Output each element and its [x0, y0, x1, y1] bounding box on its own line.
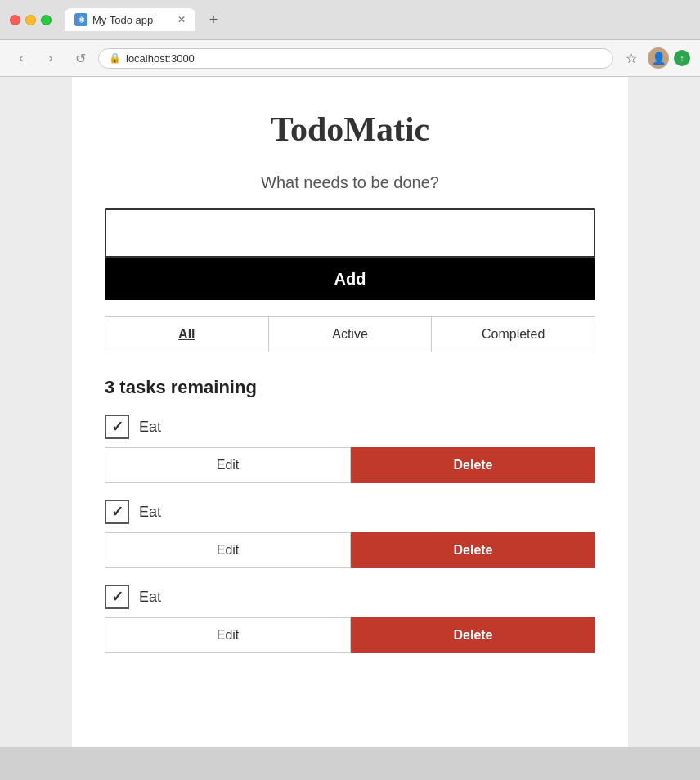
traffic-lights: [10, 15, 52, 25]
task-actions: Edit Delete: [105, 532, 595, 568]
task-item: ✓ Eat Edit Delete: [105, 415, 595, 483]
toolbar-actions: ☆ 👤 ↑: [620, 47, 690, 69]
tasks-remaining: 3 tasks remaining: [105, 377, 595, 398]
lock-icon: 🔒: [109, 52, 121, 64]
tab-favicon: ⚛: [74, 13, 88, 26]
back-button[interactable]: ‹: [10, 47, 33, 69]
close-window-button[interactable]: [10, 15, 20, 25]
task-checkbox[interactable]: ✓: [105, 415, 129, 439]
checkmark-icon: ✓: [111, 588, 123, 606]
task-item: ✓ Eat Edit Delete: [105, 585, 595, 653]
task-checkbox[interactable]: ✓: [105, 500, 129, 524]
checkmark-icon: ✓: [111, 418, 123, 436]
delete-button[interactable]: Delete: [351, 447, 595, 483]
todo-input[interactable]: [105, 208, 595, 258]
browser-tab[interactable]: ⚛ My Todo app ✕: [65, 8, 195, 31]
filter-bar: All Active Completed: [105, 316, 595, 352]
browser-titlebar: ⚛ My Todo app ✕ +: [0, 0, 700, 40]
task-row: ✓ Eat: [105, 585, 595, 609]
address-text: localhost:3000: [126, 52, 195, 65]
delete-button[interactable]: Delete: [351, 532, 595, 568]
browser-window: ⚛ My Todo app ✕ + ‹ › ↺ 🔒 localhost:3000…: [0, 0, 700, 747]
task-checkbox[interactable]: ✓: [105, 585, 129, 609]
filter-all-button[interactable]: All: [105, 317, 269, 352]
task-row: ✓ Eat: [105, 500, 595, 524]
edit-button[interactable]: Edit: [105, 447, 351, 483]
task-actions: Edit Delete: [105, 617, 595, 653]
app-title: TodoMatic: [105, 110, 595, 149]
refresh-button[interactable]: ↺: [69, 47, 92, 69]
add-button[interactable]: Add: [105, 258, 595, 300]
new-tab-button[interactable]: +: [202, 8, 225, 31]
task-row: ✓ Eat: [105, 415, 595, 439]
app-subtitle: What needs to be done?: [105, 173, 595, 192]
filter-completed-button[interactable]: Completed: [432, 317, 595, 352]
user-avatar[interactable]: 👤: [648, 47, 669, 69]
task-actions: Edit Delete: [105, 447, 595, 483]
minimize-window-button[interactable]: [25, 15, 36, 25]
forward-button[interactable]: ›: [39, 47, 62, 69]
browser-toolbar: ‹ › ↺ 🔒 localhost:3000 ☆ 👤 ↑: [0, 40, 700, 77]
page-content: TodoMatic What needs to be done? Add All…: [72, 77, 628, 747]
bookmark-icon[interactable]: ☆: [620, 47, 643, 69]
task-label: Eat: [139, 589, 161, 606]
task-label: Eat: [139, 504, 161, 521]
edit-button[interactable]: Edit: [105, 532, 351, 568]
tab-close-button[interactable]: ✕: [177, 14, 186, 25]
address-bar[interactable]: 🔒 localhost:3000: [98, 48, 613, 69]
checkmark-icon: ✓: [111, 503, 123, 521]
extension-icon[interactable]: ↑: [674, 50, 690, 66]
edit-button[interactable]: Edit: [105, 617, 351, 653]
filter-active-button[interactable]: Active: [269, 317, 433, 352]
maximize-window-button[interactable]: [41, 15, 52, 25]
task-label: Eat: [139, 419, 161, 436]
delete-button[interactable]: Delete: [351, 617, 595, 653]
tab-title: My Todo app: [92, 14, 153, 26]
tab-bar: ⚛ My Todo app ✕ +: [65, 8, 690, 31]
task-item: ✓ Eat Edit Delete: [105, 500, 595, 568]
